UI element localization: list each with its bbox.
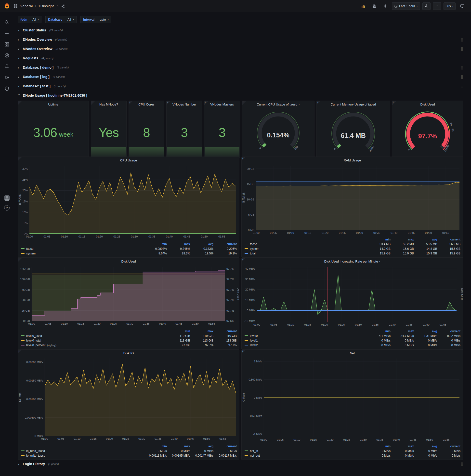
variable-fqdn-label[interactable]: fqdn: [18, 16, 30, 23]
legend-series-net_out[interactable]: net_out: [245, 454, 367, 457]
legend-series-level0_percent[interactable]: level0_percent (right-y): [21, 343, 167, 347]
panel-header[interactable]: VNodes Masters: [204, 101, 240, 108]
row-drag-handle[interactable]: ⣿: [461, 462, 463, 466]
create-plus-icon[interactable]: [4, 31, 10, 36]
row-collapsed-2[interactable]: ›MNodes Overview(2 panels)⣿: [18, 45, 463, 53]
legend-series-system[interactable]: system: [21, 252, 144, 255]
cycle-view-mode-button[interactable]: [458, 2, 467, 10]
legend-sort-current[interactable]: current: [213, 329, 237, 333]
row-drag-handle[interactable]: ⣿: [461, 28, 463, 32]
row-drag-handle[interactable]: ⣿: [461, 75, 463, 79]
legend-sort-avg[interactable]: avg: [190, 242, 213, 246]
row-collapsed-6[interactable]: ›Database: [ test ](5 panels)⣿: [18, 82, 463, 90]
alerting-bell-icon[interactable]: [4, 64, 10, 69]
panel-header[interactable]: VNodes Number: [167, 101, 202, 108]
panel-header[interactable]: Net: [242, 350, 463, 357]
legend-series-level1[interactable]: level1: [245, 339, 367, 342]
row-dnode-usage[interactable]: › DNode Usage [ huolinhe-TM1701:6030 ]: [18, 91, 463, 100]
legend-series-taosd[interactable]: taosd: [21, 247, 144, 251]
legend-series-level0[interactable]: level0: [245, 334, 367, 338]
panel-menu-caret[interactable]: ▾: [379, 260, 381, 263]
legend-series-level0_total[interactable]: level0_total: [21, 339, 167, 342]
row-collapsed-3[interactable]: ›Requests(4 panels)⣿: [18, 54, 463, 62]
breadcrumb-section[interactable]: General: [20, 4, 33, 8]
refresh-button[interactable]: [433, 2, 441, 10]
chart-canvas[interactable]: 01:0001:0501:1001:1501:2001:2501:3001:35…: [242, 164, 463, 237]
legend-sort-min[interactable]: min: [167, 329, 190, 333]
variable-fqdn-value[interactable]: All ▾: [30, 16, 41, 23]
chart-canvas[interactable]: 01:0001:0501:1001:1501:2001:2501:3001:35…: [18, 357, 239, 443]
legend-sort-max[interactable]: max: [190, 329, 213, 333]
legend-series-total[interactable]: total: [245, 252, 367, 255]
refresh-interval-picker[interactable]: 30s ▾: [443, 2, 456, 10]
variable-interval-label[interactable]: Interval: [81, 16, 97, 23]
legend-sort-current[interactable]: current: [437, 238, 460, 241]
legend-sort-min[interactable]: min: [144, 445, 167, 448]
legend-sort-max[interactable]: max: [390, 329, 414, 333]
dashboards-icon[interactable]: [4, 42, 10, 47]
configuration-gear-icon[interactable]: [4, 75, 10, 80]
add-panel-button[interactable]: [359, 2, 368, 10]
legend-series-io_write_taosd[interactable]: io_write_taosd: [21, 454, 144, 457]
legend-series-taosd[interactable]: taosd: [245, 242, 367, 246]
star-icon[interactable]: ☆: [56, 4, 59, 8]
legend-series-net_in[interactable]: net_in: [245, 449, 367, 453]
legend-sort-max[interactable]: max: [390, 445, 414, 448]
row-drag-handle[interactable]: ⣿: [461, 37, 463, 41]
help-icon[interactable]: ?: [4, 205, 10, 210]
save-dashboard-button[interactable]: [370, 2, 379, 10]
row-drag-handle[interactable]: ⣿: [461, 56, 463, 60]
variable-database-label[interactable]: Database: [45, 16, 65, 23]
panel-header[interactable]: Disk IO: [18, 350, 239, 357]
legend-series-io_read_taosd[interactable]: io_read_taosd: [21, 449, 144, 453]
legend-sort-max[interactable]: max: [167, 242, 190, 246]
chart-canvas[interactable]: 01:0001:0501:1001:1501:2001:2501:3001:35…: [18, 265, 239, 328]
time-range-picker[interactable]: Last 1 hour ▾: [392, 2, 420, 10]
row-drag-handle[interactable]: ⣿: [461, 47, 463, 51]
legend-sort-avg[interactable]: avg: [190, 445, 213, 448]
panel-menu-caret[interactable]: ▾: [299, 103, 300, 105]
legend-sort-current[interactable]: current: [213, 242, 237, 246]
legend-sort-min[interactable]: min: [367, 445, 390, 448]
panel-header[interactable]: Current CPU Usage of taosd ▾: [242, 101, 314, 108]
dashboards-grid-icon[interactable]: [14, 4, 17, 8]
breadcrumb-title[interactable]: TDinsight: [38, 4, 54, 8]
server-admin-shield-icon[interactable]: [4, 86, 10, 91]
row-collapsed-5[interactable]: ›Database: [ log ](5 panels)⣿: [18, 73, 463, 81]
panel-header[interactable]: Disk Used Increasing Rate per Minute ▾: [242, 258, 463, 265]
row-collapsed-0[interactable]: ›Cluster Status(21 panels)⣿: [18, 26, 463, 34]
legend-sort-avg[interactable]: avg: [414, 238, 437, 241]
variable-database-value[interactable]: All ▾: [65, 16, 77, 23]
panel-header[interactable]: Uptime: [18, 101, 88, 108]
legend-series-level0_used[interactable]: level0_used: [21, 334, 167, 338]
legend-sort-avg[interactable]: avg: [414, 329, 437, 333]
row-drag-handle[interactable]: ⣿: [461, 66, 463, 69]
zoom-out-button[interactable]: [422, 2, 431, 10]
user-avatar[interactable]: [4, 195, 10, 201]
row-collapsed-4[interactable]: ›Database: [ demo ](5 panels)⣿: [18, 63, 463, 72]
panel-header[interactable]: RAM Usage: [242, 157, 463, 164]
legend-series-system[interactable]: system: [245, 247, 367, 251]
panel-header[interactable]: Has MNode?: [91, 101, 126, 108]
row-collapsed-1[interactable]: ›DNodes Overview(4 panels)⣿: [18, 35, 463, 44]
panel-header[interactable]: Disk Used: [18, 258, 239, 265]
legend-series-level2[interactable]: level2: [245, 343, 367, 347]
chart-canvas[interactable]: 01:0001:0501:1001:1501:2001:2501:3001:35…: [242, 357, 463, 443]
legend-sort-min[interactable]: min: [367, 329, 390, 333]
panel-header[interactable]: CPU Cores: [129, 101, 164, 108]
panel-header[interactable]: Disk Used: [392, 101, 463, 108]
chart-canvas[interactable]: 01:0001:0501:1001:1501:2001:2501:3001:35…: [18, 164, 239, 241]
legend-sort-current[interactable]: current: [437, 445, 460, 448]
legend-sort-current[interactable]: current: [437, 329, 460, 333]
search-icon[interactable]: [4, 20, 10, 25]
legend-sort-max[interactable]: max: [390, 238, 414, 241]
explore-compass-icon[interactable]: [4, 53, 10, 58]
variable-interval-value[interactable]: auto ▾: [97, 16, 111, 23]
legend-sort-current[interactable]: current: [213, 445, 237, 448]
legend-sort-min[interactable]: min: [367, 238, 390, 241]
legend-sort-max[interactable]: max: [167, 445, 190, 448]
grafana-logo[interactable]: [0, 3, 14, 9]
dashboard-settings-button[interactable]: [381, 2, 389, 10]
panel-header[interactable]: CPU Usage: [18, 157, 239, 164]
row-drag-handle[interactable]: ⣿: [461, 84, 463, 88]
